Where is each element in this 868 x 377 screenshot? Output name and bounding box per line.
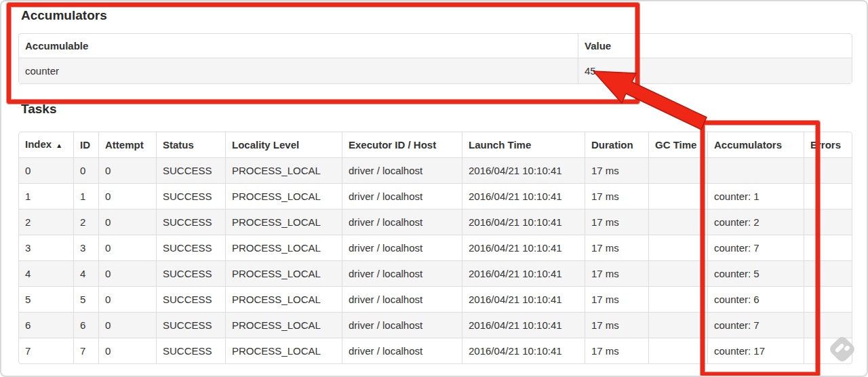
table-cell: counter: 5 bbox=[708, 261, 804, 287]
table-cell: driver / localhost bbox=[342, 158, 462, 184]
table-cell: PROCESS_LOCAL bbox=[226, 313, 342, 338]
table-cell: 0 bbox=[99, 261, 157, 287]
column-header-status[interactable]: Status bbox=[157, 132, 226, 158]
table-cell bbox=[649, 287, 708, 313]
column-header-locality-level[interactable]: Locality Level bbox=[226, 132, 342, 158]
table-cell: PROCESS_LOCAL bbox=[226, 338, 342, 363]
table-cell: 17 ms bbox=[585, 235, 649, 261]
table-cell: 2016/04/21 10:10:41 bbox=[462, 287, 585, 313]
table-cell bbox=[804, 338, 852, 363]
column-header-id[interactable]: ID bbox=[74, 132, 99, 158]
table-cell bbox=[804, 313, 852, 338]
table-cell: 0 bbox=[99, 184, 157, 210]
table-cell: 2016/04/21 10:10:41 bbox=[462, 158, 585, 184]
table-cell: 17 ms bbox=[585, 184, 649, 210]
table-cell: 1 bbox=[19, 184, 74, 210]
column-header-gc-time[interactable]: GC Time bbox=[649, 132, 708, 158]
table-cell: SUCCESS bbox=[157, 158, 226, 184]
table-cell bbox=[649, 158, 708, 184]
table-cell bbox=[804, 210, 852, 235]
table-cell: 17 ms bbox=[585, 313, 649, 338]
accumulators-table-body: counter45 bbox=[19, 58, 852, 83]
table-cell bbox=[708, 158, 804, 184]
table-cell: counter: 2 bbox=[708, 210, 804, 235]
table-cell: 4 bbox=[74, 261, 99, 287]
table-cell: 1 bbox=[74, 184, 99, 210]
table-cell: 2016/04/21 10:10:41 bbox=[462, 261, 585, 287]
tasks-table: Index▲ ID Attempt Status Locality Level … bbox=[18, 132, 852, 364]
table-row: 000SUCCESSPROCESS_LOCALdriver / localhos… bbox=[19, 158, 852, 184]
table-cell: SUCCESS bbox=[157, 261, 226, 287]
table-row: 110SUCCESSPROCESS_LOCALdriver / localhos… bbox=[19, 184, 852, 210]
table-cell: driver / localhost bbox=[342, 287, 462, 313]
table-cell: PROCESS_LOCAL bbox=[226, 287, 342, 313]
column-header-duration[interactable]: Duration bbox=[585, 132, 649, 158]
table-cell bbox=[649, 261, 708, 287]
table-cell bbox=[804, 158, 852, 184]
table-cell: driver / localhost bbox=[342, 338, 462, 363]
table-cell: counter: 7 bbox=[708, 235, 804, 261]
table-cell: SUCCESS bbox=[157, 313, 226, 338]
accumulators-section-heading: Accumulators bbox=[21, 8, 107, 23]
column-header-executor-id-host[interactable]: Executor ID / Host bbox=[342, 132, 462, 158]
column-header-launch-time[interactable]: Launch Time bbox=[462, 132, 585, 158]
column-header-attempt[interactable]: Attempt bbox=[99, 132, 157, 158]
table-cell: driver / localhost bbox=[342, 313, 462, 338]
table-cell: driver / localhost bbox=[342, 184, 462, 210]
table-cell bbox=[649, 210, 708, 235]
table-cell: SUCCESS bbox=[157, 338, 226, 363]
table-cell: 17 ms bbox=[585, 158, 649, 184]
table-cell: counter: 17 bbox=[708, 338, 804, 363]
column-header-index[interactable]: Index▲ bbox=[19, 132, 74, 158]
column-header-accumulable: Accumulable bbox=[19, 34, 578, 58]
table-cell: 0 bbox=[99, 313, 157, 338]
table-cell: counter: 1 bbox=[708, 184, 804, 210]
table-cell: 17 ms bbox=[585, 210, 649, 235]
table-row: 660SUCCESSPROCESS_LOCALdriver / localhos… bbox=[19, 313, 852, 338]
column-header-value: Value bbox=[578, 34, 852, 58]
table-cell: 0 bbox=[99, 158, 157, 184]
tasks-section-heading: Tasks bbox=[21, 102, 56, 117]
table-cell: 0 bbox=[99, 235, 157, 261]
column-header-index-label: Index bbox=[25, 138, 52, 150]
table-cell: 5 bbox=[19, 287, 74, 313]
table-cell bbox=[804, 261, 852, 287]
table-cell: 2016/04/21 10:10:41 bbox=[462, 338, 585, 363]
table-cell: counter: 7 bbox=[708, 313, 804, 338]
table-cell: 2016/04/21 10:10:41 bbox=[462, 210, 585, 235]
table-row: 550SUCCESSPROCESS_LOCALdriver / localhos… bbox=[19, 287, 852, 313]
table-row: 220SUCCESSPROCESS_LOCALdriver / localhos… bbox=[19, 210, 852, 235]
table-cell: PROCESS_LOCAL bbox=[226, 235, 342, 261]
table-cell: driver / localhost bbox=[342, 210, 462, 235]
table-cell: 3 bbox=[19, 235, 74, 261]
table-cell bbox=[804, 287, 852, 313]
table-cell bbox=[649, 313, 708, 338]
table-cell: driver / localhost bbox=[342, 261, 462, 287]
table-cell: 2 bbox=[19, 210, 74, 235]
table-cell: 2016/04/21 10:10:41 bbox=[462, 235, 585, 261]
table-cell: 4 bbox=[19, 261, 74, 287]
sort-ascending-icon: ▲ bbox=[56, 142, 62, 149]
table-cell: 0 bbox=[19, 158, 74, 184]
table-cell: counter bbox=[19, 58, 578, 83]
table-cell: 6 bbox=[19, 313, 74, 338]
table-cell bbox=[649, 338, 708, 363]
table-cell bbox=[649, 184, 708, 210]
table-cell: SUCCESS bbox=[157, 235, 226, 261]
table-cell: SUCCESS bbox=[157, 287, 226, 313]
column-header-accumulators[interactable]: Accumulators bbox=[708, 132, 804, 158]
page-frame: Accumulators Accumulable Value counter45… bbox=[0, 0, 868, 377]
table-cell bbox=[649, 235, 708, 261]
column-header-errors[interactable]: Errors bbox=[804, 132, 852, 158]
tasks-table-body: 000SUCCESSPROCESS_LOCALdriver / localhos… bbox=[19, 158, 852, 363]
table-cell: 0 bbox=[74, 158, 99, 184]
table-cell: PROCESS_LOCAL bbox=[226, 184, 342, 210]
table-header-row: Accumulable Value bbox=[19, 34, 852, 58]
table-cell: 45 bbox=[578, 58, 852, 83]
table-row: 440SUCCESSPROCESS_LOCALdriver / localhos… bbox=[19, 261, 852, 287]
table-cell: SUCCESS bbox=[157, 184, 226, 210]
table-row: 770SUCCESSPROCESS_LOCALdriver / localhos… bbox=[19, 338, 852, 363]
table-cell: PROCESS_LOCAL bbox=[226, 158, 342, 184]
table-cell: 5 bbox=[74, 287, 99, 313]
table-cell: 17 ms bbox=[585, 338, 649, 363]
